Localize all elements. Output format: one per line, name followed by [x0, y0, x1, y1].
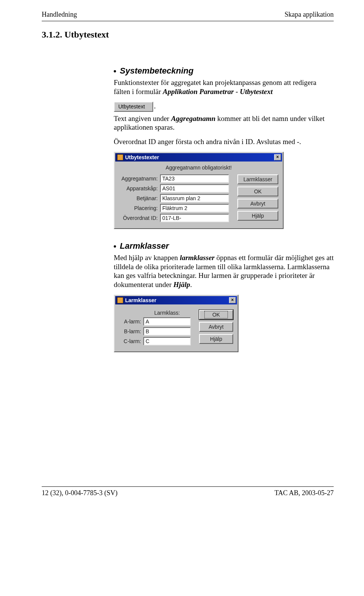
help-button[interactable]: Hjälp	[237, 211, 278, 221]
input-apparatskap[interactable]: AS01	[160, 184, 229, 193]
cancel-button[interactable]: Avbryt	[237, 199, 278, 209]
para-text: .	[190, 281, 192, 289]
page-header: Handledning Skapa applikation	[42, 11, 334, 21]
header-left: Handledning	[42, 11, 77, 19]
label-b-larm: B-larm:	[119, 328, 143, 334]
input-aggregatnamn[interactable]: TA23	[160, 174, 229, 183]
para-text: Med hjälp av knappen	[114, 254, 180, 262]
input-a-larm[interactable]: A	[143, 317, 191, 326]
para-larmklasser: Med hjälp av knappen larmklasser öppnas …	[114, 253, 334, 289]
footer-left: 12 (32), 0-004-7785-3 (SV)	[42, 489, 118, 497]
para-text: Text angiven under	[114, 114, 171, 122]
input-b-larm[interactable]: B	[143, 327, 191, 336]
dialog-titlebar: Utbytestexter ×	[115, 153, 282, 162]
para-systembeteckning-1: Funktionstexter för aggregatet kan proje…	[114, 78, 334, 96]
label-apparatskap: Apparatskåp:	[119, 185, 160, 191]
help-button[interactable]: Hjälp	[199, 334, 233, 344]
label-placering: Placering:	[119, 205, 160, 211]
page-footer: 12 (32), 0-004-7785-3 (SV) TAC AB, 2003-…	[42, 486, 334, 505]
header-right: Skapa applikation	[285, 11, 334, 19]
bullet-icon	[114, 70, 116, 72]
para-systembeteckning-3: Överordnat ID anger första och andra niv…	[114, 137, 334, 146]
dialog-titlebar: Larmklasser ×	[115, 296, 237, 304]
dialog-title: Larmklasser	[125, 297, 157, 303]
label-overordnat: Överordnat ID:	[119, 215, 160, 221]
dialog-utbytestexter: Utbytestexter × Aggregatnamn obligatoris…	[114, 152, 284, 229]
close-icon[interactable]: ×	[274, 154, 281, 160]
label-betjanar: Betjänar:	[119, 195, 160, 201]
input-c-larm[interactable]: C	[143, 337, 191, 345]
input-betjanar[interactable]: Klassrum plan 2	[160, 194, 229, 202]
section-number: 3.1.2. Utbytestext	[42, 30, 334, 40]
para-emphasis: Hjälp	[173, 281, 190, 289]
heading-systembeteckning: Systembeteckning	[120, 66, 193, 76]
input-overordnat[interactable]: 017-LB-	[160, 214, 229, 222]
label-aggregatnamn: Aggregatnamn:	[119, 176, 160, 182]
label-c-larm: C-larm:	[119, 338, 143, 344]
para-systembeteckning-2: Text angiven under Aggregatnamn kommer a…	[114, 114, 334, 132]
ok-button[interactable]: OK	[237, 187, 278, 196]
footer-right: TAC AB, 2003-05-27	[275, 489, 334, 497]
dialog-title: Utbytestexter	[125, 154, 159, 160]
para-emphasis: larmklasser	[180, 254, 215, 262]
heading-larmklasser: Larmklasser	[120, 241, 169, 251]
ok-button[interactable]: OK	[199, 310, 233, 320]
window-icon	[117, 297, 123, 303]
para-emphasis: Applikation Parametrar - Utbytestext	[163, 88, 273, 96]
para-emphasis: Aggregatnamn	[171, 114, 215, 122]
ok-button-label: OK	[204, 311, 228, 318]
input-placering[interactable]: Fläktrum 2	[160, 204, 229, 212]
close-icon[interactable]: ×	[229, 297, 236, 303]
bullet-icon	[114, 245, 116, 248]
window-icon	[117, 154, 123, 160]
label-larmklass-header: Larmklass:	[143, 310, 191, 316]
cancel-button[interactable]: Avbryt	[199, 322, 233, 332]
dialog-hint: Aggregatnamn obligatoriskt!	[119, 165, 278, 171]
dialog-larmklasser: Larmklasser × Larmklass: A-larm: A	[114, 295, 238, 352]
utbytestext-button-image: Utbytestext	[114, 102, 153, 112]
larmklasser-button[interactable]: Larmklasser	[237, 174, 278, 184]
period: .	[154, 102, 156, 110]
label-a-larm: A-larm:	[119, 318, 143, 325]
